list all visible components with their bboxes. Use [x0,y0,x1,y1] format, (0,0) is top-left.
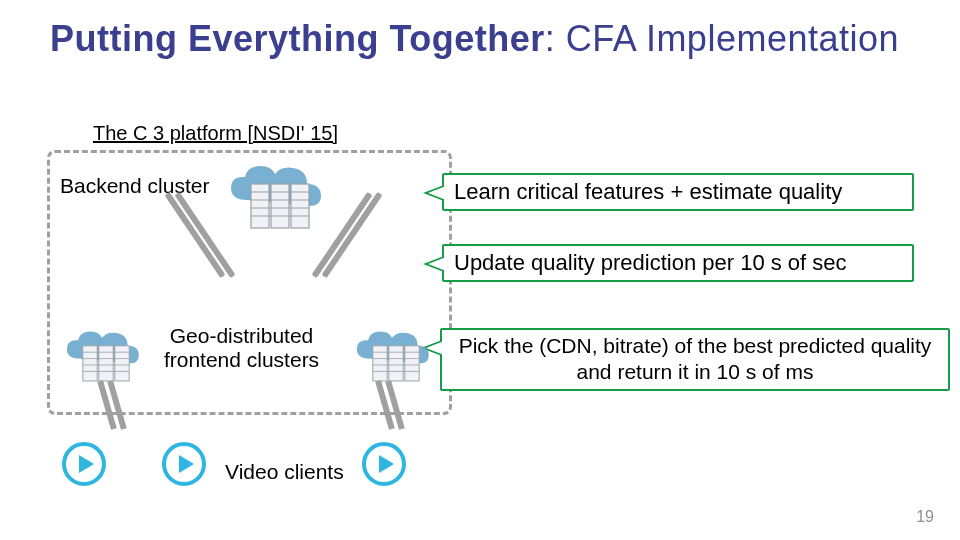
svg-rect-15 [389,346,403,381]
svg-rect-0 [251,184,269,228]
slide-title: Putting Everything Together: CFA Impleme… [50,18,899,60]
callout-pick: Pick the (CDN, bitrate) of the best pred… [440,328,950,391]
title-light: : CFA Implementation [545,18,899,59]
svg-marker-24 [179,455,194,473]
svg-rect-7 [83,346,97,381]
callout-learn: Learn critical features + estimate quali… [442,173,914,211]
platform-caption: The C 3 platform [NSDI' 15] [93,122,338,145]
backend-server-icon [225,160,325,236]
play-icon [162,442,206,486]
frontend-server-icon [352,326,432,388]
svg-rect-14 [373,346,387,381]
frontend-server-icon [62,326,142,388]
frontend-label: Geo-distributed frontend clusters [154,324,329,372]
svg-rect-2 [291,184,309,228]
clients-label: Video clients [225,460,344,484]
svg-rect-9 [115,346,129,381]
page-number: 19 [916,508,934,526]
callout-update: Update quality prediction per 10 s of se… [442,244,914,282]
svg-rect-8 [99,346,113,381]
svg-marker-26 [379,455,394,473]
play-icon [62,442,106,486]
play-icon [362,442,406,486]
svg-marker-22 [79,455,94,473]
svg-rect-1 [271,184,289,228]
svg-rect-16 [405,346,419,381]
backend-label: Backend cluster [60,174,209,198]
title-bold: Putting Everything Together [50,18,545,59]
